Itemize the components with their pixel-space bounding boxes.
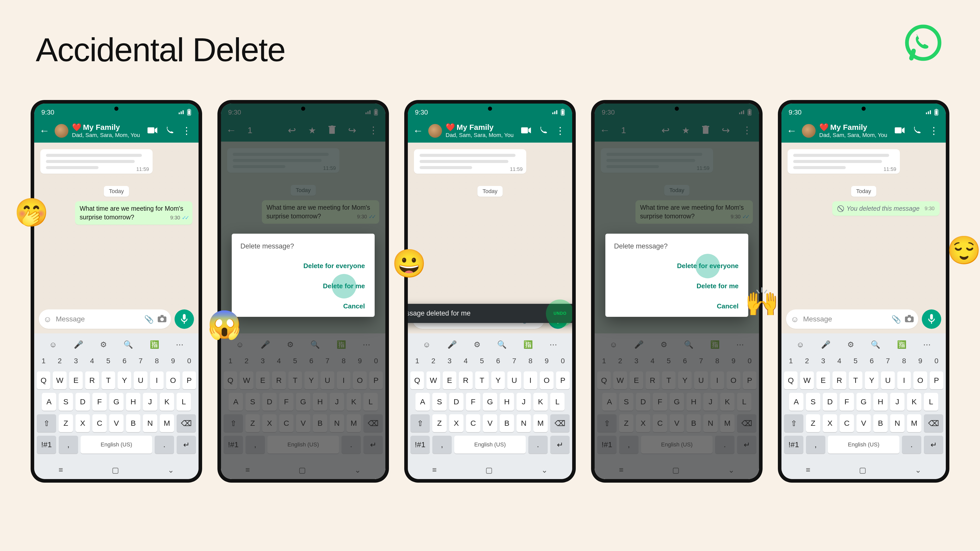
nav-back-icon[interactable]: ⌄ [168,465,174,475]
key-shift[interactable]: ⇧ [784,414,803,432]
key-m[interactable]: M [720,414,735,432]
incoming-message[interactable]: 11:59 [788,149,900,174]
key-9[interactable]: 9 [166,354,180,368]
key-enter[interactable]: ↵ [177,436,196,454]
camera-icon[interactable] [905,315,914,324]
key-l[interactable]: L [924,393,938,411]
key-s[interactable]: S [806,393,820,411]
delete-for-everyone-button[interactable]: Delete for everyone [302,260,366,272]
key-2[interactable]: 2 [426,354,440,368]
kbd-translate-icon[interactable]: 🈯 [150,340,159,349]
key-shift[interactable]: ⇧ [37,414,56,432]
key-8[interactable]: 8 [897,354,911,368]
key-b[interactable]: B [873,414,888,432]
key-6[interactable]: 6 [304,354,318,368]
key-9[interactable]: 9 [913,354,927,368]
key-t[interactable]: T [102,372,115,389]
keyboard[interactable]: ☺🎤⚙🔍🈯⋯ 1234567890 QWERTYUIOP ASDFGHJKL ⇧… [408,333,572,461]
avatar[interactable] [428,124,442,138]
key-o[interactable]: O [913,372,927,389]
key-0[interactable]: 0 [369,354,383,368]
key-backspace[interactable]: ⌫ [737,414,756,432]
composer[interactable]: ☺ Message 📎 [39,310,171,329]
key-u[interactable]: U [508,372,521,389]
star-icon[interactable]: ★ [682,125,690,135]
key-c[interactable]: C [840,414,854,432]
key-d[interactable]: D [262,393,277,411]
key-e[interactable]: E [816,372,830,389]
key-k[interactable]: K [907,393,921,411]
key-j[interactable]: J [330,393,344,411]
key-l[interactable]: L [363,393,378,411]
key-m[interactable]: M [160,414,174,432]
key-p[interactable]: P [183,372,196,389]
key-a[interactable]: A [789,393,803,411]
key-d[interactable]: D [636,393,650,411]
key-f[interactable]: F [279,393,293,411]
delete-for-me-button[interactable]: Delete for me [695,281,740,292]
key-7[interactable]: 7 [321,354,334,368]
key-backspace[interactable]: ⌫ [363,414,383,432]
key-q[interactable]: Q [597,372,611,389]
key-d[interactable]: D [449,393,463,411]
star-icon[interactable]: ★ [308,125,316,135]
key-2[interactable]: 2 [800,354,814,368]
key-1[interactable]: 1 [224,354,237,368]
key-n[interactable]: N [143,414,157,432]
key-i[interactable]: I [150,372,164,389]
key-t[interactable]: T [662,372,676,389]
key-2[interactable]: 2 [613,354,627,368]
key-j[interactable]: J [143,393,157,411]
back-icon[interactable]: ← [785,124,798,138]
key-h[interactable]: H [687,393,701,411]
key-5[interactable]: 5 [475,354,489,368]
key-k[interactable]: K [347,393,361,411]
key-q[interactable]: Q [224,372,237,389]
key-u[interactable]: U [321,372,334,389]
key-e[interactable]: E [256,372,269,389]
back-icon[interactable]: ← [411,124,425,138]
avatar[interactable] [802,124,816,138]
key-b[interactable]: B [500,414,514,432]
key-f[interactable]: F [653,393,667,411]
key-w[interactable]: W [53,372,66,389]
key-o[interactable]: O [166,372,180,389]
key-m[interactable]: M [533,414,548,432]
chat-title-block[interactable]: ❤️My Family Dad, Sam, Sara, Mom, You [445,123,517,138]
menu-icon[interactable]: ⋮ [182,125,191,137]
attach-icon[interactable]: 📎 [891,315,901,324]
key-comma[interactable]: , [59,436,78,454]
key-period[interactable]: . [155,436,174,454]
key-l[interactable]: L [737,393,751,411]
key-o[interactable]: O [727,372,740,389]
key-h[interactable]: H [500,393,514,411]
key-backspace[interactable]: ⌫ [550,414,570,432]
key-r[interactable]: R [85,372,99,389]
key-6[interactable]: 6 [118,354,131,368]
key-p[interactable]: P [369,372,383,389]
key-z[interactable]: Z [806,414,820,432]
key-8[interactable]: 8 [711,354,724,368]
key-d[interactable]: D [823,393,837,411]
key-2[interactable]: 2 [53,354,66,368]
key-9[interactable]: 9 [540,354,553,368]
key-x[interactable]: X [636,414,650,432]
key-8[interactable]: 8 [337,354,350,368]
chat-title-block[interactable]: ❤️My Family Dad, Sam, Sara, Mom, You [819,123,891,138]
key-y[interactable]: Y [491,372,505,389]
key-p[interactable]: P [743,372,756,389]
key-a[interactable]: A [415,393,430,411]
key-z[interactable]: Z [432,414,447,432]
forward-icon[interactable]: ↪ [348,125,356,136]
key-1[interactable]: 1 [410,354,424,368]
key-b[interactable]: B [126,414,140,432]
key-e[interactable]: E [630,372,643,389]
key-n[interactable]: N [703,414,718,432]
key-s[interactable]: S [245,393,260,411]
key-7[interactable]: 7 [881,354,894,368]
key-9[interactable]: 9 [727,354,740,368]
key-z[interactable]: Z [619,414,633,432]
key-7[interactable]: 7 [134,354,147,368]
key-f[interactable]: F [840,393,854,411]
key-9[interactable]: 9 [353,354,366,368]
